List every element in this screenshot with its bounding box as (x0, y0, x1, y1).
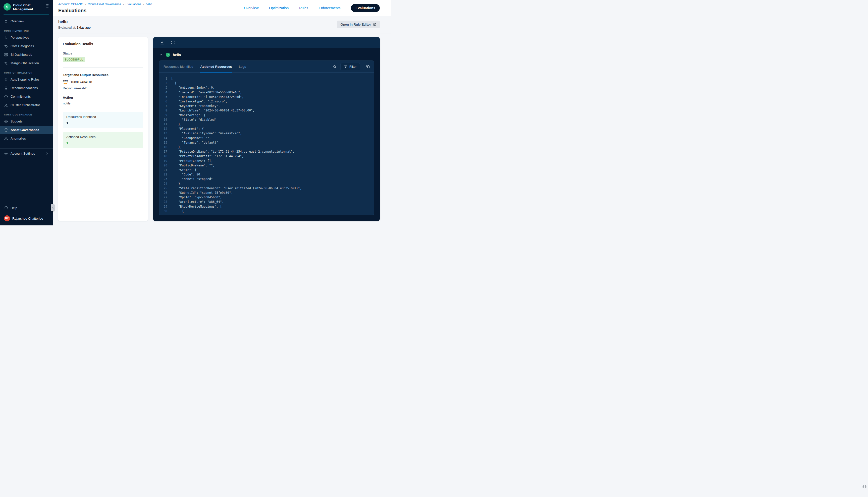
breadcrumb-separator: › (143, 2, 144, 6)
sidebar-item-label: Recommendations (11, 86, 38, 90)
line-number: 15 (159, 140, 171, 145)
code-line: 2 { (159, 81, 372, 85)
tab-resources-identified[interactable]: Resources Identified (163, 61, 194, 72)
sidebar-item-account-settings[interactable]: Account Settings (0, 148, 53, 159)
code-line: 22 "Code": 80, (159, 172, 372, 177)
search-button[interactable] (333, 65, 337, 69)
stats: Resources Identified 1 Actioned Resource… (63, 112, 143, 148)
code-line: 18 "PrivateIpAddress": "172.31.44.254", (159, 154, 372, 158)
main: Account: CCM-NG›Cloud Asset Governance›E… (53, 0, 391, 225)
line-content: "AvailabilityZone": "us-east-2c", (171, 131, 242, 136)
download-button[interactable] (160, 40, 164, 45)
fullscreen-button[interactable] (171, 40, 175, 44)
sidebar: $ Cloud Cost Management OverviewCOST REP… (0, 0, 53, 225)
divider (63, 67, 143, 68)
line-content: "Name": "stopped" (171, 177, 213, 181)
aws-logo-text: aws (63, 80, 68, 82)
open-rule-editor-button[interactable]: Open in Rule Editor (337, 20, 380, 28)
sidebar-item-budgets[interactable]: Budgets (0, 117, 53, 126)
stat-label: Resources Identified (66, 115, 140, 119)
cluster-icon (4, 103, 8, 107)
tab-logs[interactable]: Logs (238, 61, 247, 72)
code-line: 16 }, (159, 145, 372, 150)
sidebar-item-margin-obfuscation[interactable]: Margin Obfuscation (0, 59, 53, 68)
copy-button[interactable] (366, 65, 370, 69)
chart-icon (4, 36, 8, 40)
line-content: "Placement": { (171, 127, 204, 131)
filter-button[interactable]: Filter (340, 63, 360, 70)
code-line: 10 "State": "disabled" (159, 117, 372, 122)
help-label: Help (11, 206, 17, 210)
code-line: 15 "Tenancy": "default" (159, 140, 372, 145)
nav-overview[interactable]: Overview (244, 6, 258, 10)
clock-icon (4, 95, 8, 99)
tab-actioned-resources[interactable]: Actioned Resources (200, 61, 233, 72)
line-number: 21 (159, 168, 171, 172)
stat-value: 1 (66, 121, 140, 125)
line-number: 23 (159, 177, 171, 181)
breadcrumb-item-cloud-asset-governance[interactable]: Cloud Asset Governance (88, 2, 121, 6)
sidebar-item-asset-governance[interactable]: Asset Governance (0, 126, 53, 134)
code-line: 27 "VpcId": "vpc-bb845bd0", (159, 195, 372, 200)
code-line: 23 "Name": "stopped" (159, 177, 372, 181)
sidebar-item-anomalies[interactable]: Anomalies (0, 134, 53, 143)
nav-rules[interactable]: Rules (299, 6, 308, 10)
help-button[interactable]: Help (4, 203, 49, 212)
line-content: "ProductCodes": [], (171, 159, 213, 163)
nav-optimization[interactable]: Optimization (269, 6, 289, 10)
breadcrumb-item-hello[interactable]: hello (146, 2, 152, 6)
evaluated-at-label: Evaluated at: (58, 26, 76, 29)
line-content: }, (171, 145, 182, 150)
module-nav: OverviewOptimizationRulesEnforcementsEva… (244, 4, 380, 12)
evaluated-at: Evaluated at: 1 day ago (58, 26, 91, 29)
line-number: 22 (159, 172, 171, 177)
line-number: 8 (159, 108, 171, 113)
nav-enforcements[interactable]: Enforcements (319, 6, 340, 10)
target-label: Target and Output Resources (63, 73, 143, 77)
sidebar-header: $ Cloud Cost Management (0, 0, 53, 14)
line-number: 1 (159, 76, 171, 81)
line-content: "GroupName": "", (171, 136, 211, 140)
line-number: 10 (159, 117, 171, 122)
user-menu[interactable]: RC Rajarshee Chatterjee (4, 212, 49, 222)
nav-evaluations[interactable]: Evaluations (351, 4, 380, 12)
viewer-evaluation-name: hello (173, 53, 181, 57)
stat-value: 1 (66, 141, 140, 145)
breadcrumb-item-evaluations[interactable]: Evaluations (126, 2, 141, 6)
breadcrumb-item-account-ccm-ng[interactable]: Account: CCM-NG (58, 2, 83, 6)
aws-smile (63, 83, 68, 84)
collapse-button[interactable] (159, 53, 163, 57)
line-number: 24 (159, 182, 171, 186)
sidebar-item-cost-categories[interactable]: Cost Categories (0, 42, 53, 51)
line-number: 6 (159, 99, 171, 104)
sidebar-collapse-handle[interactable] (51, 204, 55, 211)
module-switcher-icon[interactable] (45, 3, 50, 8)
sidebar-footer: Help RC Rajarshee Chatterjee (0, 203, 53, 225)
line-content: "SubnetId": "subnet-75fe9b39", (171, 190, 233, 195)
sidebar-item-bi-dashboards[interactable]: BI Dashboards (0, 51, 53, 59)
line-content: "StateTransitionReason": "User initiated… (171, 186, 302, 190)
code-viewer[interactable]: 1[2 {3 "AmiLaunchIndex": 0,4 "ImageId": … (159, 73, 374, 215)
sidebar-item-commitments[interactable]: Commitments (0, 93, 53, 101)
sidebar-item-overview[interactable]: Overview (0, 17, 53, 26)
line-number: 17 (159, 150, 171, 154)
code-line: 17 "PrivateDnsName": "ip-172-31-44-254.u… (159, 150, 372, 154)
sidebar-item-perspectives[interactable]: Perspectives (0, 33, 53, 42)
sidebar-item-cluster-orchestrator[interactable]: Cluster Orchestrator (0, 101, 53, 110)
category-icon (4, 44, 8, 48)
line-content: "State": "disabled" (171, 117, 216, 122)
evaluation-details-card: Evaluation Details Status SUCCESSFUL Tar… (58, 37, 148, 221)
sidebar-item-label: AutoStopping Rules (11, 77, 39, 82)
sidebar-item-label: Perspectives (11, 36, 29, 40)
code-line: 28 "Architecture": "x86_64", (159, 200, 372, 204)
sidebar-item-recommendations[interactable]: Recommendations (0, 84, 53, 93)
code-line: 1[ (159, 76, 372, 81)
code-line: 6 "InstanceType": "t2.micro", (159, 99, 372, 104)
code-line: 11 }, (159, 122, 372, 127)
ccm-logo-icon: $ (3, 3, 11, 11)
accent-divider (3, 15, 49, 15)
account-id: 108817434118 (71, 80, 92, 84)
sidebar-item-autostopping-rules[interactable]: AutoStopping Rules (0, 75, 53, 84)
status-label: Status (63, 52, 143, 55)
code-line: 30 { (159, 209, 372, 213)
